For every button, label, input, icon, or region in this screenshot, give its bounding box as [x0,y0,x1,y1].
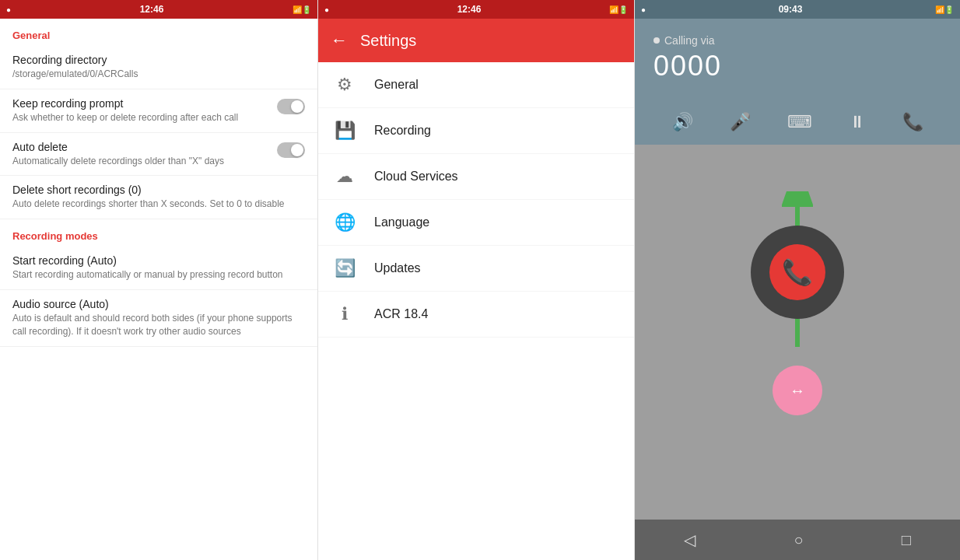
settings-detail-panel: ● 12:46 📶🔋 General Recording directory /… [0,0,317,560]
hold-button[interactable]: ⏸ [849,112,866,132]
keep-recording-prompt-title: Keep recording prompt [12,97,268,110]
menu-item-general[interactable]: ⚙ General [318,62,634,108]
menu-label-general: General [374,78,419,92]
swipe-up-button[interactable]: ↔ [773,366,822,415]
panel3-status-left: ● [641,5,646,14]
speaker-button[interactable]: 🔊 [672,112,693,132]
recording-modes-section-header: Recording modes [0,219,317,247]
menu-item-acr[interactable]: ℹ ACR 18.4 [318,292,634,338]
calling-via-label: Calling via [653,34,941,47]
panel1-notification-dot: ● [6,5,11,14]
recording-directory-item[interactable]: Recording directory /storage/emulated/0/… [0,46,317,89]
menu-item-updates[interactable]: 🔄 Updates [318,246,634,292]
panel1-status-left: ● [6,5,11,14]
speaker-icon: 🔊 [672,112,693,132]
audio-source-item[interactable]: Audio source (Auto) Auto is default and … [0,290,317,347]
panel3-time: 09:43 [779,4,803,15]
delete-short-title: Delete short recordings (0) [12,184,305,196]
mute-icon: 🎤 [730,112,751,132]
navigation-bar: ◁ ○ □ [635,520,960,560]
back-button[interactable]: ← [331,30,348,51]
start-recording-item[interactable]: Start recording (Auto) Start recording a… [0,247,317,290]
delete-short-item[interactable]: Delete short recordings (0) Auto delete … [0,176,317,219]
keep-recording-prompt-toggle[interactable] [277,99,305,114]
auto-delete-toggle[interactable] [277,142,305,158]
call-controls-bar: 🔊 🎤 ⌨ ⏸ 📞 [635,104,960,145]
menu-label-recording: Recording [374,124,431,138]
panel1-status-icons: 📶🔋 [293,5,311,14]
expand-icon: ↔ [790,382,805,400]
hold-icon: ⏸ [849,112,866,132]
delete-short-desc: Auto delete recordings shorter than X se… [12,198,305,211]
recording-directory-desc: /storage/emulated/0/ACRCalls [12,68,305,81]
globe-icon: 🌐 [334,212,356,233]
panel1-status-bar: ● 12:46 📶🔋 [0,0,317,19]
menu-label-cloud-services: Cloud Services [374,170,458,184]
back-nav-button[interactable]: ◁ [684,530,695,549]
add-call-button[interactable]: 📞 [902,112,923,132]
call-main-area: 📞 ↔ [635,145,960,520]
settings-title: Settings [360,32,416,50]
info-icon: ℹ [334,304,356,324]
menu-item-cloud-services[interactable]: ☁ Cloud Services [318,154,634,200]
panel2-status-bar: ● 12:46 📶🔋 [318,0,634,19]
phone-icon: 📞 [782,257,813,287]
keypad-icon: ⌨ [787,112,812,132]
menu-label-language: Language [374,215,429,229]
start-recording-desc: Start recording automatically or manual … [12,268,305,282]
menu-label-acr: ACR 18.4 [374,307,428,321]
keep-recording-prompt-item[interactable]: Keep recording prompt Ask whether to kee… [0,89,317,133]
panel2-status-icons: 📶🔋 [609,5,628,14]
add-call-icon: 📞 [902,112,923,132]
general-section-header: General [0,19,317,46]
save-icon: 💾 [334,121,356,141]
call-number: 0000 [653,50,941,82]
keypad-button[interactable]: ⌨ [787,112,812,132]
auto-delete-item[interactable]: Auto delete Automatically delete recordi… [0,133,317,177]
menu-label-updates: Updates [374,261,421,275]
gear-icon: ⚙ [334,75,356,95]
panel1-time: 12:46 [140,4,164,15]
calling-via-dot [653,37,660,44]
mute-button[interactable]: 🎤 [730,112,751,132]
home-nav-button[interactable]: ○ [794,531,803,549]
start-recording-title: Start recording (Auto) [12,254,305,267]
settings-toolbar: ← Settings [318,19,634,62]
recording-directory-title: Recording directory [12,54,305,66]
audio-source-title: Audio source (Auto) [12,298,305,310]
panel2-time: 12:46 [457,4,482,15]
panel3-status-bar: ● 09:43 📶🔋 [635,0,960,19]
recent-apps-nav-button[interactable]: □ [902,531,911,549]
keep-recording-prompt-desc: Ask whether to keep or delete recording … [12,111,268,124]
update-icon: 🔄 [334,258,356,278]
audio-source-desc: Auto is default and should record both s… [12,312,305,338]
call-header: Calling via 0000 [635,19,960,104]
panel3-status-icons: 📶🔋 [935,5,954,14]
settings-menu-panel: ● 12:46 📶🔋 ← Settings ⚙ General 💾 Record… [317,0,635,560]
cloud-icon: ☁ [334,166,356,187]
auto-delete-title: Auto delete [12,141,268,153]
menu-item-language[interactable]: 🌐 Language [318,200,634,246]
panel2-notification-dot: ● [324,5,329,14]
record-button[interactable]: 📞 [751,226,844,319]
record-button-inner: 📞 [769,244,825,300]
menu-item-recording[interactable]: 💾 Recording [318,108,634,154]
call-screen-panel: ● 09:43 📶🔋 Calling via 0000 🔊 🎤 ⌨ ⏸ 📞 [635,0,960,560]
auto-delete-desc: Automatically delete recordings older th… [12,155,268,168]
panel2-status-left: ● [324,5,329,14]
